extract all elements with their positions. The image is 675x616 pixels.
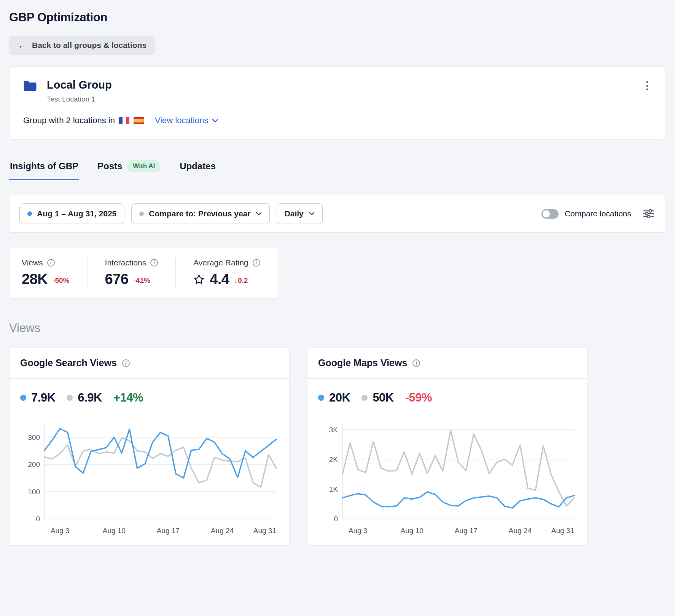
info-icon[interactable]: i	[47, 259, 55, 267]
date-range-label: Aug 1 – Aug 31, 2025	[37, 209, 116, 218]
group-card: Local Group Test Location 1 Group with 2…	[9, 66, 666, 140]
date-range-picker[interactable]: Aug 1 – Aug 31, 2025	[19, 203, 124, 224]
tab-posts-label: Posts	[97, 161, 122, 171]
tab-updates[interactable]: Updates	[179, 156, 217, 180]
group-locations-row: Group with 2 locations in View locations	[23, 116, 652, 125]
svg-text:Aug 3: Aug 3	[51, 527, 70, 535]
svg-text:100: 100	[28, 488, 40, 496]
rating-stat-label: Average Rating	[193, 258, 248, 267]
current-series-legend: 7.9K	[20, 391, 55, 405]
chart-settings-button[interactable]	[642, 207, 656, 220]
previous-series-legend: 6.9K	[67, 391, 102, 405]
svg-text:0: 0	[334, 515, 338, 523]
gbp-optimization-page: GBP Optimization ← Back to all groups & …	[0, 0, 675, 561]
chart-title: Google Maps Views	[318, 357, 407, 368]
france-flag-icon	[119, 117, 129, 124]
tab-posts[interactable]: Posts With AI	[97, 156, 161, 181]
back-button-label: Back to all groups & locations	[32, 41, 146, 50]
charts-grid: Google Search Views i 7.9K 6.9K +14% 010…	[9, 347, 666, 546]
google-maps-views-card: Google Maps Views i 20K 50K -59% 01K2K3K…	[307, 347, 587, 546]
views-section-title: Views	[9, 321, 666, 335]
current-series-value: 20K	[329, 391, 350, 405]
views-stat-value: 28K	[22, 271, 48, 287]
stat-interactions: Interactions i 676 -41%	[87, 258, 176, 287]
views-stat-label: Views	[22, 258, 43, 267]
chart-legend: 20K 50K -59%	[318, 391, 576, 405]
previous-series-dot-icon	[67, 395, 73, 401]
rating-stat-delta: ↓0.2	[234, 276, 248, 285]
interactions-stat-delta: -41%	[133, 276, 150, 285]
current-series-dot-icon	[20, 395, 26, 401]
svg-text:Aug 31: Aug 31	[551, 527, 574, 535]
compare-to-dropdown[interactable]: Compare to: Previous year	[131, 203, 269, 224]
back-button[interactable]: ← Back to all groups & locations	[9, 36, 155, 55]
svg-text:Aug 31: Aug 31	[253, 527, 276, 535]
kebab-menu-button[interactable]	[643, 79, 652, 94]
info-icon[interactable]: i	[253, 259, 260, 267]
svg-text:Aug 10: Aug 10	[103, 527, 126, 535]
tabs-bar: Insights of GBP Posts With AI Updates	[9, 156, 666, 181]
previous-series-value: 50K	[373, 391, 393, 405]
filter-right-controls: Compare locations	[541, 207, 656, 220]
folder-icon	[23, 80, 37, 93]
svg-text:2K: 2K	[329, 456, 338, 464]
svg-text:1K: 1K	[329, 485, 338, 493]
view-locations-link[interactable]: View locations	[155, 116, 218, 125]
current-series-legend: 20K	[318, 391, 350, 405]
compare-locations-label: Compare locations	[565, 209, 631, 218]
previous-series-value: 6.9K	[78, 391, 102, 405]
tab-updates-label: Updates	[180, 161, 216, 171]
current-period-dot-icon	[27, 211, 32, 216]
stat-views: Views i 28K -50%	[10, 258, 87, 287]
group-identity: Local Group Test Location 1	[47, 79, 112, 103]
back-arrow-icon: ←	[18, 41, 27, 50]
view-locations-label: View locations	[155, 116, 208, 125]
summary-stats-card: Views i 28K -50% Interactions i 676 -41%…	[9, 247, 278, 298]
previous-series-legend: 50K	[361, 391, 393, 405]
svg-text:Aug 24: Aug 24	[509, 527, 532, 535]
compare-period-dot-icon	[139, 211, 144, 216]
info-icon[interactable]: i	[150, 259, 158, 267]
svg-text:0: 0	[36, 515, 40, 523]
granularity-dropdown[interactable]: Daily	[277, 203, 323, 224]
spain-flag-icon	[134, 117, 144, 124]
svg-text:3K: 3K	[329, 426, 338, 434]
svg-text:300: 300	[28, 433, 40, 441]
sliders-icon	[643, 209, 654, 219]
group-locations-text: Group with 2 locations in	[23, 116, 115, 125]
change-percent: -59%	[405, 391, 432, 405]
granularity-label: Daily	[285, 209, 304, 218]
interactions-stat-value: 676	[105, 271, 129, 287]
chevron-down-icon	[212, 119, 218, 123]
previous-series-dot-icon	[361, 395, 368, 401]
svg-text:200: 200	[28, 460, 40, 468]
star-outline-icon	[193, 274, 205, 285]
current-series-value: 7.9K	[31, 391, 55, 405]
compare-locations-toggle[interactable]	[541, 209, 559, 219]
svg-text:Aug 10: Aug 10	[401, 527, 423, 535]
kebab-menu-icon	[646, 80, 649, 92]
google-maps-views-chart: 01K2K3KAug 3Aug 10Aug 17Aug 24Aug 31	[318, 418, 576, 538]
info-icon[interactable]: i	[122, 359, 130, 367]
current-series-dot-icon	[318, 395, 324, 401]
group-location: Test Location 1	[47, 95, 112, 103]
toggle-knob	[543, 210, 550, 218]
google-search-views-card: Google Search Views i 7.9K 6.9K +14% 010…	[9, 347, 290, 546]
tab-insights-of-gbp[interactable]: Insights of GBP	[9, 156, 79, 180]
info-icon[interactable]: i	[412, 359, 420, 367]
svg-text:Aug 17: Aug 17	[455, 527, 478, 535]
group-name: Local Group	[47, 79, 112, 91]
svg-text:Aug 24: Aug 24	[211, 527, 234, 535]
google-search-views-chart: 0100200300Aug 3Aug 10Aug 17Aug 24Aug 31	[20, 418, 279, 538]
views-stat-delta: -50%	[53, 276, 69, 285]
chart-title: Google Search Views	[20, 357, 117, 368]
chevron-down-icon	[256, 212, 262, 216]
compare-to-label: Compare to: Previous year	[149, 209, 250, 218]
filter-bar: Aug 1 – Aug 31, 2025 Compare to: Previou…	[9, 195, 666, 233]
tab-insights-label: Insights of GBP	[10, 161, 78, 171]
change-percent: +14%	[113, 391, 143, 405]
svg-text:Aug 17: Aug 17	[157, 527, 180, 535]
page-title: GBP Optimization	[9, 11, 666, 24]
stat-average-rating: Average Rating i 4.4 ↓0.2	[175, 258, 277, 287]
with-ai-badge: With AI	[127, 160, 161, 172]
